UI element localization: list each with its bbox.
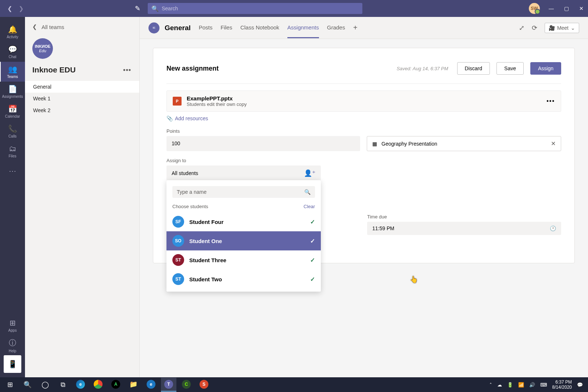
back-to-teams[interactable]: ❮ All teams: [25, 17, 139, 34]
taskbar-app-a[interactable]: A: [108, 378, 123, 392]
student-option[interactable]: STStudent Three✓: [166, 250, 321, 270]
tab-files[interactable]: Files: [220, 18, 232, 38]
save-button[interactable]: Save: [496, 62, 524, 75]
start-button[interactable]: ⊞: [2, 378, 18, 392]
tray-volume-icon[interactable]: 🔊: [529, 382, 535, 388]
rail-calls[interactable]: 📞Calls: [0, 121, 25, 141]
rail-label: Chat: [8, 55, 16, 59]
chat-icon: 💬: [8, 45, 17, 54]
discard-button[interactable]: Discard: [457, 62, 490, 75]
taskbar-snagit[interactable]: S: [196, 378, 212, 392]
rail-more[interactable]: ⋯: [0, 161, 25, 181]
student-avatar: ST: [172, 254, 184, 266]
assign-selected-value: All students: [172, 170, 198, 176]
assign-button[interactable]: Assign: [530, 62, 561, 75]
page-title: New assignment: [166, 65, 219, 72]
team-logo: INKИOE Edu: [32, 38, 53, 59]
window-titlebar: ❮ ❯ ✎ 🔍 SW — ▢ ✕: [0, 0, 588, 17]
clock-time: 6:37 PM: [552, 379, 572, 385]
meet-label: Meet: [557, 25, 569, 31]
points-input[interactable]: 100: [166, 136, 360, 151]
rail-label: Activity: [7, 35, 18, 39]
student-search-input[interactable]: Type a name 🔍: [172, 186, 315, 198]
team-chip-icon: IE: [148, 22, 159, 33]
refresh-icon[interactable]: ⟳: [532, 24, 537, 32]
checkmark-icon: ✓: [310, 276, 315, 283]
time-due-input[interactable]: 11:59 PM 🕐: [367, 222, 561, 235]
resource-more-icon[interactable]: •••: [546, 98, 555, 104]
cortana-icon[interactable]: ◯: [37, 378, 53, 392]
taskbar-camtasia[interactable]: C: [179, 378, 194, 392]
rubric-grid-icon: ▦: [372, 141, 377, 147]
rail-activity[interactable]: 🔔Activity: [0, 22, 25, 42]
add-resources-link[interactable]: 📎 Add resources: [166, 115, 208, 121]
window-close-icon[interactable]: ✕: [579, 6, 584, 11]
nav-forward-icon[interactable]: ❯: [19, 5, 24, 12]
video-icon: 🎥: [549, 25, 555, 31]
picker-clear-link[interactable]: Clear: [304, 204, 315, 209]
task-view-icon[interactable]: ⧉: [55, 378, 71, 392]
time-due-label: Time due: [367, 214, 561, 220]
rail-assignments[interactable]: 📄Assignments: [0, 82, 25, 101]
paperclip-icon: 📎: [166, 115, 173, 121]
files-icon: 🗂: [9, 145, 16, 153]
rail-files[interactable]: 🗂Files: [0, 141, 25, 161]
person-add-icon[interactable]: 👤⁺: [304, 169, 316, 177]
rail-mobile-icon[interactable]: 📱: [4, 355, 21, 373]
team-more-icon[interactable]: •••: [123, 66, 131, 74]
window-maximize-icon[interactable]: ▢: [564, 6, 569, 11]
student-picker-panel: Type a name 🔍 Choose students Clear SFSt…: [166, 180, 321, 292]
channel-item[interactable]: General: [25, 81, 139, 93]
calls-icon: 📞: [8, 124, 17, 133]
student-option[interactable]: SOStudent One✓: [166, 231, 321, 250]
taskbar-search-icon[interactable]: 🔍: [20, 378, 35, 392]
rubric-remove-icon[interactable]: ✕: [551, 140, 556, 147]
taskbar-chrome[interactable]: [90, 378, 106, 392]
rubric-chip[interactable]: ▦ Geography Presentation ✕: [367, 136, 561, 151]
team-logo-sub: Edu: [39, 49, 46, 53]
channel-item[interactable]: Week 1: [25, 93, 139, 104]
student-option[interactable]: SFStudent Four✓: [166, 212, 321, 231]
rail-chat[interactable]: 💬Chat: [0, 42, 25, 62]
chevron-down-icon: ⌄: [571, 25, 575, 31]
tab-posts[interactable]: Posts: [199, 18, 213, 38]
tab-assignments[interactable]: Assignments: [287, 18, 319, 38]
tray-wifi-icon[interactable]: 📶: [518, 382, 524, 388]
channel-item[interactable]: Week 2: [25, 104, 139, 116]
rail-label: Teams: [7, 75, 18, 79]
taskbar-explorer[interactable]: 📁: [126, 378, 141, 392]
taskbar-edge-dev[interactable]: e: [143, 378, 159, 392]
student-avatar: SO: [172, 235, 184, 247]
compose-icon[interactable]: ✎: [135, 4, 140, 13]
user-avatar[interactable]: SW: [529, 3, 540, 14]
meet-button[interactable]: 🎥 Meet ⌄: [545, 23, 579, 33]
tab-grades[interactable]: Grades: [327, 18, 345, 38]
student-option[interactable]: STStudent Two✓: [166, 270, 321, 289]
taskbar-edge[interactable]: e: [73, 378, 88, 392]
clock-date: 8/14/2020: [552, 385, 572, 390]
points-label: Points: [166, 128, 561, 134]
nav-back-icon[interactable]: ❮: [7, 5, 12, 12]
rail-teams[interactable]: 👥Teams: [0, 62, 25, 82]
tray-input-icon[interactable]: ⌨: [540, 382, 547, 388]
tab-class-notebook[interactable]: Class Notebook: [240, 18, 279, 38]
search-box[interactable]: 🔍: [148, 3, 362, 14]
add-tab-icon[interactable]: +: [353, 24, 358, 32]
rail-apps[interactable]: ⊞Apps: [0, 316, 25, 335]
system-clock[interactable]: 6:37 PM 8/14/2020: [552, 379, 572, 390]
tray-battery-icon[interactable]: 🔋: [507, 382, 513, 388]
search-input[interactable]: [162, 6, 359, 11]
taskbar-teams[interactable]: T: [161, 378, 176, 392]
tray-onedrive-icon[interactable]: ☁: [497, 382, 502, 388]
rail-help[interactable]: ⓘHelp: [0, 335, 25, 355]
tray-chevron-icon[interactable]: ˄: [490, 382, 492, 388]
mouse-cursor-icon: 👆: [410, 275, 418, 284]
resource-attachment[interactable]: P ExamplePPT.pptx Students edit their ow…: [166, 90, 561, 112]
assign-to-select[interactable]: All students 👤⁺: [166, 165, 321, 181]
assignment-card: New assignment Saved: Aug 14, 6:37 PM Di…: [153, 48, 575, 263]
assignments-icon: 📄: [8, 85, 17, 93]
tray-notifications-icon[interactable]: 💬: [577, 382, 583, 388]
window-minimize-icon[interactable]: —: [549, 6, 554, 11]
expand-icon[interactable]: ⤢: [519, 24, 524, 32]
rail-calendar[interactable]: 📅Calendar: [0, 101, 25, 121]
